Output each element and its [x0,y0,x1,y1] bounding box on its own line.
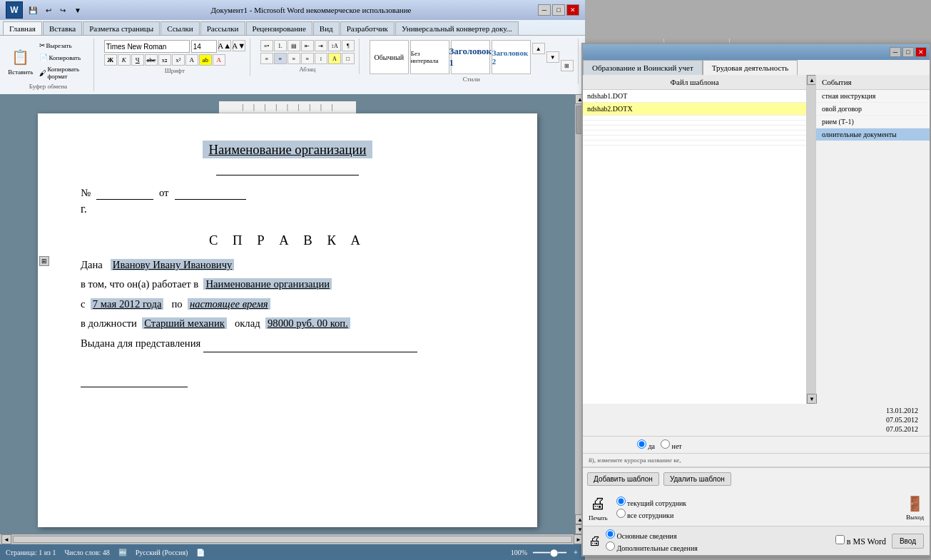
radio-additional-input[interactable] [606,541,615,551]
cut-btn[interactable]: ✂ Вырезать [36,40,89,51]
date-to-field[interactable]: настоящее время [188,298,270,310]
tab-review[interactable]: Рецензирование [246,21,312,35]
sort-btn[interactable]: ↕A [328,40,341,51]
styles-expand[interactable]: ⊞ [561,60,574,71]
printer-icon-small[interactable]: 🖨 [589,534,601,549]
line-spacing-btn[interactable]: ↕ [315,53,327,64]
numbering-btn[interactable]: 1. [274,40,287,51]
minimize-btn[interactable]: ─ [538,4,551,16]
exit-btn[interactable]: 🚪 Выход [906,495,924,521]
style-no-spacing[interactable]: Без интервала [410,40,449,74]
hr-minimize-btn[interactable]: ─ [890,47,901,57]
align-left-btn[interactable]: ≡ [260,53,273,64]
event-item-4[interactable]: олнительные документы [816,128,930,141]
radio-all-employees[interactable]: все сотрудники [616,509,687,519]
bullets-btn[interactable]: ≡• [260,40,273,51]
horizontal-scrollbar[interactable]: ◄ ► [0,534,585,544]
subscript-btn[interactable]: x₂ [158,54,171,66]
expand-table-icon[interactable]: ⊞ [39,256,49,266]
event-item-1[interactable]: стная инструкция [816,90,930,103]
radio-current-input[interactable] [616,497,626,506]
scroll-left-arrow[interactable]: ◄ [1,534,11,544]
hr-maximize-btn[interactable]: □ [902,47,914,57]
ms-word-checkbox[interactable] [835,535,845,544]
text-effects-btn[interactable]: A [185,54,198,66]
template-item-7[interactable] [583,136,806,141]
italic-btn[interactable]: К [118,54,131,66]
styles-scroll-down[interactable]: ▼ [546,51,559,63]
template-scrollbar[interactable]: ▲ ▼ [807,75,815,404]
tab-developer[interactable]: Разработчик [340,21,395,35]
ms-word-checkbox-label[interactable]: в MS Word [835,535,886,547]
border-btn[interactable]: □ [342,53,355,64]
font-name-input[interactable] [104,40,190,53]
event-item-3[interactable]: рием (Т-1) [816,116,930,128]
tab-page-layout[interactable]: Разметка страницы [83,21,160,35]
highlight-btn[interactable]: ab [199,54,212,66]
tab-references[interactable]: Ссылки [161,21,199,35]
position-field[interactable]: Старший механик [142,317,227,329]
zoom-in-btn[interactable]: ＋ [572,547,579,557]
template-item-4[interactable] [583,121,806,126]
superscript-btn[interactable]: x² [172,54,185,66]
radio-all-input[interactable] [616,509,626,518]
style-h1[interactable]: Заголовок 1 [451,40,490,74]
tab-education[interactable]: Образование и Воинский учет [583,60,703,75]
decrease-indent-btn[interactable]: ⇤ [301,40,314,51]
add-template-btn[interactable]: Добавить шаблон [587,472,659,486]
template-item-8[interactable] [583,141,806,146]
radio-current-employee[interactable]: текущий сотрудник [616,497,687,507]
font-color-btn[interactable]: A [213,54,225,66]
paste-button[interactable]: 📋 Вставить [7,44,34,78]
redo-quick-btn[interactable]: ↪ [57,5,68,16]
style-normal[interactable]: Обычный [370,40,409,74]
hr-close-btn[interactable]: ✕ [915,47,927,57]
format-btn[interactable]: 🖌 Копировать формат [36,64,89,81]
tab-work-history[interactable]: Трудовая деятельность [703,60,798,75]
submit-btn[interactable]: Ввод [892,534,924,549]
font-size-input[interactable] [191,40,217,53]
radio-net-input[interactable] [661,439,670,449]
org-name-field[interactable]: Наименование организации [203,141,372,158]
justify-btn[interactable]: ≡ [301,53,314,64]
shading-btn[interactable]: A [328,53,341,64]
styles-scroll-up[interactable]: ▲ [532,43,545,54]
tab-insert[interactable]: Вставка [43,21,82,35]
radio-additional-info[interactable]: Дополнительные сведения [606,541,698,552]
radio-da-label[interactable]: да [637,439,655,450]
show-marks-btn[interactable]: ¶ [342,40,355,51]
style-h2[interactable]: Заголовок 2 [492,40,531,74]
strikethrough-btn[interactable]: abc [145,54,158,66]
radio-basic-info[interactable]: Основные сведения [606,529,698,540]
maximize-btn[interactable]: □ [552,4,565,16]
bold-btn[interactable]: Ж [104,54,117,66]
close-btn[interactable]: ✕ [566,4,579,16]
copy-btn[interactable]: 📄 Копировать [36,52,89,63]
zoom-slider[interactable]: ━━━━⬤━━ [533,549,566,556]
org-field[interactable]: Наименование организации [203,278,332,290]
font-grow-btn[interactable]: A▲ [218,40,231,51]
align-center-btn[interactable]: ≡ [274,53,287,64]
radio-net-label[interactable]: нет [661,439,682,450]
font-shrink-btn[interactable]: A▼ [233,40,245,51]
template-item-5[interactable] [583,126,806,131]
spell-check-icon[interactable]: 🔤 [118,549,127,556]
template-item-1[interactable]: ndshab1.DOT [583,90,806,103]
template-item-3[interactable] [583,116,806,121]
print-btn[interactable]: 🖨 Печать [589,494,608,521]
date-from-field[interactable]: 7 мая 2012 года [91,298,164,310]
template-item-6[interactable] [583,131,806,136]
tab-home[interactable]: Главная [3,21,42,35]
tab-view[interactable]: Вид [313,21,340,35]
radio-da-input[interactable] [637,439,646,449]
more-quick-btn[interactable]: ▼ [71,5,84,16]
underline-btn[interactable]: Ч [131,54,144,66]
radio-basic-input[interactable] [606,529,615,539]
salary-field[interactable]: 98000 руб. 00 коп. [265,317,350,329]
multilevel-btn[interactable]: ▤ [288,40,300,51]
undo-quick-btn[interactable]: ↩ [43,5,54,16]
person-field[interactable]: Иванову Ивану Ивановичу [111,259,235,270]
tab-converter[interactable]: Универсальный конвертер доку... [395,21,519,35]
align-right-btn[interactable]: ≡ [288,53,300,64]
save-quick-btn[interactable]: 💾 [26,5,40,16]
